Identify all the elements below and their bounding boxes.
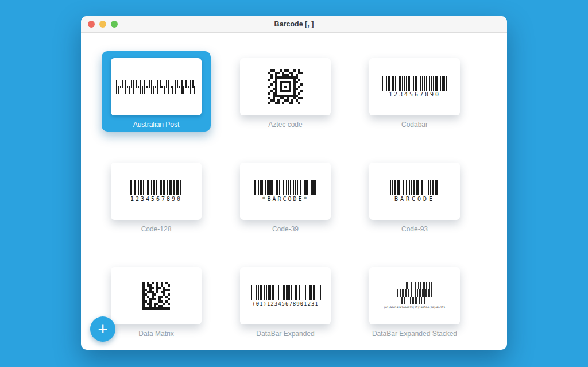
tile-australian-post[interactable]: Australian Post	[102, 51, 211, 132]
barcode-card: (01)12345678901231	[240, 267, 331, 324]
barcode-graphic	[254, 180, 316, 195]
tile-label: DataBar Expanded	[256, 330, 314, 338]
tile-label: Data Matrix	[138, 330, 173, 338]
add-button[interactable]: +	[90, 316, 115, 342]
barcode-card: (01)90614141000015(17)140704(10)AB-123	[369, 267, 460, 324]
barcode-graphic	[250, 285, 322, 300]
minimize-button[interactable]	[99, 21, 106, 28]
barcode-graphic	[116, 80, 196, 94]
tile-codabar[interactable]: 1234567890Codabar	[360, 51, 469, 132]
barcode-graphic	[142, 282, 170, 310]
desktop-background: { "window": { "title": "Barcode [, ]" },…	[0, 0, 588, 367]
tile-databar-expanded-stacked[interactable]: (01)90614141000015(17)140704(10)AB-123Da…	[360, 260, 469, 341]
barcode-window: Barcode [, ] Australian PostAztec code12…	[81, 16, 507, 350]
window-title: Barcode [, ]	[81, 20, 507, 28]
barcode-graphic	[130, 180, 183, 195]
tile-label: Aztec code	[268, 121, 302, 129]
barcode-human-text: BARCODE	[394, 196, 435, 202]
barcode-graphic	[389, 180, 440, 195]
barcode-tile-grid: Australian PostAztec code1234567890Codab…	[81, 33, 507, 341]
tile-databar-expanded[interactable]: (01)12345678901231DataBar Expanded	[231, 260, 340, 341]
barcode-card: *BARCODE*	[240, 163, 331, 220]
tile-label: Code-39	[272, 225, 299, 233]
tile-label: Australian Post	[133, 121, 180, 129]
barcode-graphic: (01)90614141000015(17)140704(10)AB-123	[375, 282, 454, 310]
barcode-human-text: 1234567890	[130, 196, 182, 202]
barcode-card: 1234567890	[369, 58, 460, 115]
barcode-card: 1234567890	[111, 163, 202, 220]
barcode-card	[111, 58, 202, 115]
tile-code-39[interactable]: *BARCODE*Code-39	[231, 156, 340, 236]
barcode-graphic	[268, 69, 303, 104]
barcode-human-text: 1234567890	[389, 91, 440, 98]
barcode-card	[111, 267, 202, 324]
titlebar: Barcode [, ]	[81, 16, 507, 33]
barcode-human-text: (01)12345678901231	[252, 301, 319, 307]
tile-data-matrix[interactable]: Data Matrix	[102, 260, 211, 341]
tile-label: Code-93	[401, 225, 428, 233]
tile-label: DataBar Expanded Stacked	[372, 330, 457, 338]
barcode-card	[240, 58, 331, 115]
tile-aztec-code[interactable]: Aztec code	[231, 51, 340, 132]
zoom-button[interactable]	[111, 21, 118, 28]
barcode-human-text: *BARCODE*	[262, 196, 308, 202]
tile-label: Code-128	[141, 225, 172, 233]
barcode-human-text: (01)90614141000015(17)140704(10)AB-123	[384, 306, 445, 309]
tile-code-128[interactable]: 1234567890Code-128	[102, 156, 211, 236]
traffic-lights	[88, 21, 118, 28]
tile-label: Codabar	[401, 121, 428, 129]
barcode-graphic	[382, 76, 447, 91]
tile-code-93[interactable]: BARCODECode-93	[360, 156, 469, 236]
barcode-card: BARCODE	[369, 163, 460, 220]
close-button[interactable]	[88, 21, 95, 28]
